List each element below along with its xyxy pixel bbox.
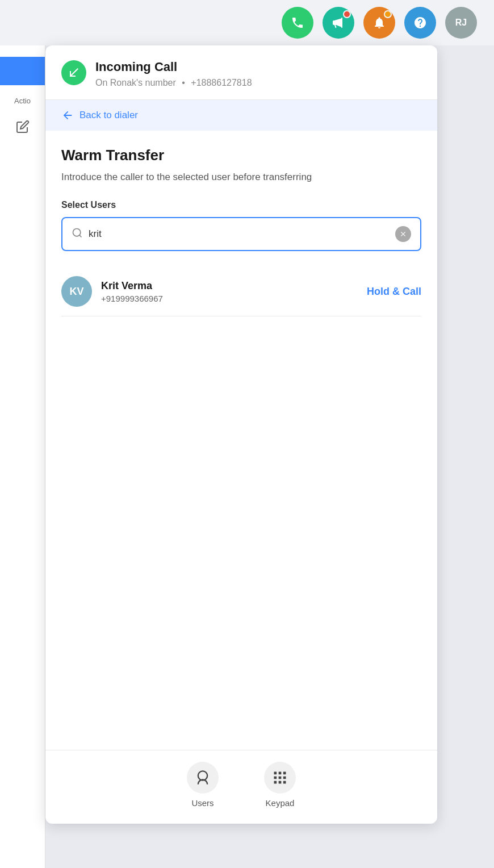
sidebar-blue-bar: [0, 57, 45, 85]
keypad-icon: [272, 770, 288, 786]
warm-transfer-description: Introduce the caller to the selected use…: [61, 170, 421, 185]
user-rj-button[interactable]: RJ: [445, 7, 477, 39]
search-icon: [72, 227, 83, 241]
search-input-wrapper: [61, 217, 421, 251]
main-content: Actio Incoming Call On Ronak's number •: [0, 45, 494, 868]
person-icon: [195, 770, 211, 786]
left-sidebar: Actio: [0, 45, 45, 868]
svg-rect-6: [279, 777, 282, 779]
keypad-icon-container: [264, 762, 296, 794]
megaphone-icon-button[interactable]: [323, 7, 354, 39]
search-input[interactable]: [89, 228, 390, 240]
svg-rect-7: [283, 777, 286, 779]
user-avatar-kv: KV: [61, 276, 92, 307]
svg-rect-2: [274, 772, 277, 775]
incoming-call-header: Incoming Call On Ronak's number • +18886…: [45, 45, 437, 100]
popup-panel: Incoming Call On Ronak's number • +18886…: [45, 45, 437, 824]
search-container: [61, 217, 421, 251]
warm-transfer-section: Warm Transfer Introduce the caller to th…: [45, 131, 437, 750]
svg-rect-3: [279, 772, 282, 775]
back-to-dialer-button[interactable]: Back to dialer: [45, 100, 437, 131]
user-initials: RJ: [455, 18, 467, 28]
bell-icon-button[interactable]: [363, 7, 395, 39]
phone-icon-button[interactable]: [282, 7, 313, 39]
svg-rect-4: [283, 772, 286, 775]
notification-dot-orange: [384, 10, 392, 18]
svg-rect-9: [279, 781, 282, 784]
back-to-dialer-label: Back to dialer: [79, 110, 138, 121]
clear-search-button[interactable]: [395, 226, 411, 242]
incoming-call-subtitle: On Ronak's number • +18886127818: [95, 78, 252, 88]
notification-dot-red: [343, 10, 351, 18]
svg-rect-8: [274, 781, 277, 784]
user-info: Krit Verma +919999366967: [101, 280, 358, 303]
help-icon-button[interactable]: [404, 7, 436, 39]
tab-users[interactable]: Users: [187, 762, 219, 808]
incoming-call-text: Incoming Call On Ronak's number • +18886…: [95, 59, 252, 88]
edit-icon[interactable]: [12, 116, 33, 137]
svg-rect-10: [283, 781, 286, 784]
svg-point-0: [73, 228, 81, 236]
user-result-item: KV Krit Verma +919999366967 Hold & Call: [61, 267, 421, 316]
warm-transfer-title: Warm Transfer: [61, 147, 421, 164]
svg-rect-5: [274, 777, 277, 779]
user-name: Krit Verma: [101, 280, 358, 292]
keypad-tab-text: Keypad: [266, 798, 295, 808]
user-phone: +919999366967: [101, 294, 358, 303]
back-arrow-icon: [61, 109, 74, 122]
svg-rect-1: [198, 771, 207, 780]
select-users-label: Select Users: [61, 200, 421, 210]
tab-keypad[interactable]: Keypad: [264, 762, 296, 808]
incoming-call-icon: [61, 60, 86, 85]
bottom-nav: Users Keypad: [45, 750, 437, 824]
top-bar: RJ: [0, 0, 494, 45]
users-icon-container: [187, 762, 219, 794]
users-tab-text: Users: [191, 798, 213, 808]
sidebar-actions-label: Actio: [14, 97, 31, 105]
incoming-call-title: Incoming Call: [95, 59, 252, 76]
hold-and-call-button[interactable]: Hold & Call: [367, 286, 421, 298]
